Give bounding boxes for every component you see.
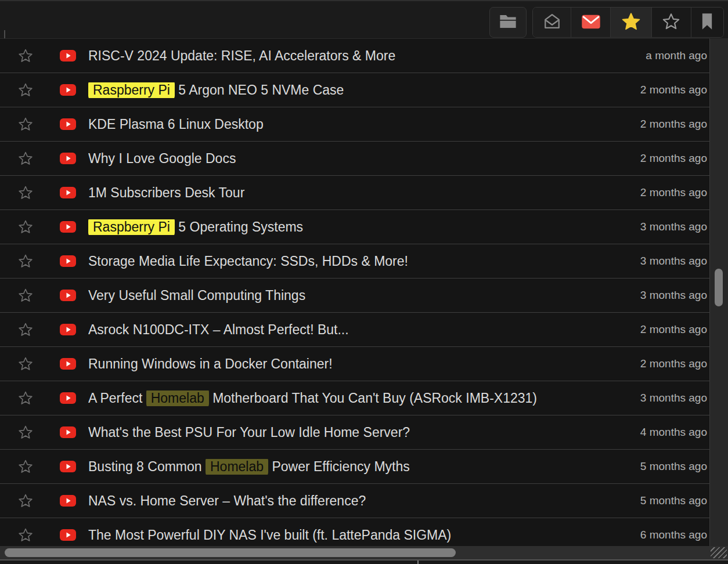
footer-divider [417,561,419,564]
star-outline-icon [17,527,34,543]
vertical-scrollbar-thumb[interactable] [715,269,723,306]
video-age: 6 months ago [640,529,707,541]
star-toggle[interactable] [17,116,34,132]
title-text: Busting 8 Common [88,459,206,474]
video-age: a month ago [646,49,707,62]
youtube-play-icon [60,153,76,164]
list-item[interactable]: What's the Best PSU For Your Low Idle Ho… [0,415,728,450]
list-item[interactable]: Very Useful Small Computing Things 3 mon… [0,279,728,313]
list-item[interactable]: RISC-V 2024 Update: RISE, AI Accelerator… [0,39,728,73]
star-toggle[interactable] [17,253,34,269]
list-item[interactable]: Busting 8 Common Homelab Power Efficienc… [0,450,728,484]
star-toggle[interactable] [17,321,34,338]
video-title: A Perfect Homelab Motherboard That You C… [88,391,633,406]
video-age: 2 months ago [640,186,707,199]
star-toggle[interactable] [17,493,34,509]
star-toggle[interactable] [17,150,34,167]
star-toggle[interactable] [17,185,34,201]
filter-bookmarked-button[interactable] [691,8,723,37]
star-toggle[interactable] [17,48,34,64]
video-age: 3 months ago [640,392,707,404]
envelope-open-icon [543,12,561,32]
filter-button-group [532,7,724,38]
star-outline-icon [17,185,34,201]
toolbar [0,0,728,38]
star-outline-icon [17,116,34,132]
video-age: 2 months ago [640,84,707,96]
video-title: Why I Love Google Docs [88,151,633,167]
highlighted-term: Raspberry Pi [88,219,175,235]
vertical-scrollbar[interactable] [709,38,728,546]
star-toggle[interactable] [17,458,34,475]
video-title: Asrock N100DC-ITX – Almost Perfect! But.… [88,322,633,338]
list-item[interactable]: Asrock N100DC-ITX – Almost Perfect! But.… [0,313,728,347]
list-item[interactable]: NAS vs. Home Server – What's the differe… [0,484,728,518]
list-item[interactable]: Storage Media Life Expectancy: SSDs, HDD… [0,244,728,279]
star-toggle[interactable] [17,424,34,440]
title-text: What's the Best PSU For Your Low Idle Ho… [88,425,410,440]
app-window: RISC-V 2024 Update: RISE, AI Accelerator… [0,0,728,564]
folder-icon [499,14,517,31]
youtube-play-icon [60,255,76,267]
video-age: 2 months ago [640,118,707,131]
youtube-play-icon [60,358,76,370]
youtube-play-icon [60,84,76,96]
star-outline-icon [17,150,34,167]
youtube-play-icon [60,187,76,198]
video-title: Running Windows in a Docker Container! [88,356,633,372]
video-title: KDE Plasma 6 Linux Desktop [88,117,633,132]
list-item[interactable]: Running Windows in a Docker Container! 2… [0,347,728,381]
video-title: NAS vs. Home Server – What's the differe… [88,493,633,509]
highlighted-term: Homelab [146,391,209,406]
youtube-play-icon [60,221,76,233]
star-toggle[interactable] [17,287,34,303]
star-toggle[interactable] [17,219,34,235]
horizontal-scrollbar-thumb[interactable] [5,548,456,557]
youtube-play-icon [60,392,76,404]
horizontal-scrollbar[interactable] [0,546,728,559]
list-item[interactable]: The Most Powerful DIY NAS I've built (ft… [0,518,728,546]
filter-starred-button[interactable] [610,8,651,37]
highlighted-term: Homelab [206,459,268,475]
list-item[interactable]: 1M Subscribers Desk Tour 2 months ago [0,176,728,210]
youtube-play-icon [60,324,76,335]
video-age: 3 months ago [640,289,707,302]
star-toggle[interactable] [17,356,34,372]
video-age: 4 months ago [640,426,707,439]
video-title: Very Useful Small Computing Things [88,288,633,303]
title-text: 5 Operating Systems [175,219,303,234]
title-text: KDE Plasma 6 Linux Desktop [88,117,264,132]
title-text: 5 Argon NEO 5 NVMe Case [175,82,344,97]
star-filled-icon [621,11,641,34]
star-outline-icon [17,287,34,303]
video-age: 2 months ago [640,357,707,370]
list-item[interactable]: Raspberry Pi 5 Operating Systems 3 month… [0,210,728,244]
star-toggle[interactable] [17,390,34,406]
filter-unstarred-button[interactable] [651,8,691,37]
list-item[interactable]: KDE Plasma 6 Linux Desktop 2 months ago [0,107,728,142]
star-outline-icon [17,48,34,64]
list-item[interactable]: Raspberry Pi 5 Argon NEO 5 NVMe Case 2 m… [0,73,728,107]
video-list: RISC-V 2024 Update: RISE, AI Accelerator… [0,38,728,546]
youtube-play-icon [60,426,76,438]
title-text: A Perfect [88,391,146,406]
star-outline-icon [661,12,681,33]
bookmark-icon [701,13,713,32]
folder-button[interactable] [489,7,527,38]
resize-grip-icon[interactable] [711,547,727,558]
title-text: Running Windows in a Docker Container! [88,356,333,371]
youtube-play-icon [60,50,76,62]
explore-collections-link[interactable]: Explore all collections [138,562,267,564]
title-text: Asrock N100DC-ITX – Almost Perfect! But.… [88,322,349,337]
filter-unread-button[interactable] [571,8,610,37]
title-text: The Most Powerful DIY NAS I've built (ft… [88,527,451,543]
star-outline-icon [17,356,34,372]
list-item[interactable]: A Perfect Homelab Motherboard That You C… [0,381,728,415]
unread-envelope-icon [581,14,601,31]
filter-inbox-button[interactable] [533,8,571,37]
title-text: Motherboard That You Can't Buy (ASRock I… [209,391,537,406]
star-toggle[interactable] [17,527,34,543]
list-item[interactable]: Why I Love Google Docs 2 months ago [0,142,728,176]
star-toggle[interactable] [17,82,34,98]
video-title: What's the Best PSU For Your Low Idle Ho… [88,425,633,440]
